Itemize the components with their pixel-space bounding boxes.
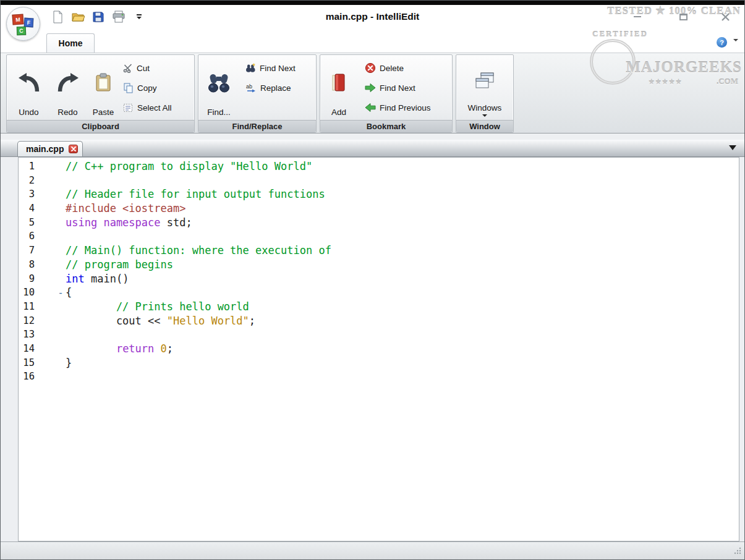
button-label: Find Next (380, 83, 415, 93)
select-all-icon (123, 103, 134, 113)
chevron-down-icon (482, 114, 487, 117)
cut-button[interactable]: Cut (119, 58, 176, 78)
maximize-button[interactable] (674, 7, 692, 26)
code-line[interactable]: 16 (19, 370, 739, 384)
code-line[interactable]: 5using namespace std; (19, 216, 739, 230)
button-label: Replace (260, 83, 291, 93)
document-tab-close-button[interactable] (69, 145, 78, 153)
find-next-icon (245, 63, 256, 73)
open-file-button[interactable] (70, 9, 85, 25)
group-label-clipboard: Clipboard (7, 120, 194, 132)
mfc-cube-c: C (17, 27, 26, 36)
code-line[interactable]: 3// Header file for input output functio… (19, 187, 739, 202)
customize-quick-access-button[interactable] (132, 9, 147, 25)
code-line[interactable]: 1// C++ program to display "Hello World" (19, 159, 739, 174)
paste-button[interactable]: Paste (87, 56, 119, 119)
new-document-icon (53, 11, 63, 23)
help-dropdown-button[interactable] (733, 41, 738, 53)
line-number: 16 (19, 370, 35, 384)
code-text (35, 328, 66, 342)
app-logo-icon[interactable]: M F C (6, 7, 40, 41)
select-all-button[interactable]: Select All (119, 98, 176, 117)
line-number: 11 (19, 300, 35, 314)
button-label: Paste (93, 108, 114, 117)
code-text: return 0; (35, 342, 173, 356)
code-line[interactable]: 12 cout << "Hello World"; (19, 314, 739, 328)
arrow-right-icon (365, 83, 376, 93)
fold-marker[interactable]: - (57, 286, 64, 300)
delete-icon (365, 62, 376, 74)
document-tab-main-cpp[interactable]: main.cpp (17, 141, 83, 156)
new-document-button[interactable] (50, 9, 65, 25)
code-text: int main() (35, 272, 129, 286)
minimize-icon (634, 16, 641, 18)
redo-button[interactable]: Redo (48, 56, 87, 119)
open-folder-icon (71, 11, 85, 22)
code-lines: 1// C++ program to display "Hello World"… (19, 159, 739, 384)
bookmark-find-next-button[interactable]: Find Next (361, 78, 435, 98)
code-line[interactable]: 9int main() (19, 272, 739, 286)
document-list-dropdown-button[interactable] (729, 145, 736, 150)
tab-home[interactable]: Home (46, 33, 95, 53)
minimize-button[interactable] (628, 7, 647, 26)
line-number: 15 (19, 356, 35, 370)
bookmark-delete-button[interactable]: Delete (361, 58, 435, 78)
find-next-button[interactable]: Find Next (242, 58, 299, 78)
close-icon (722, 13, 730, 21)
intelliedit-window: main.cpp - IntelliEdit M F C TESTED ★ 10… (0, 0, 745, 560)
print-button[interactable] (111, 9, 126, 25)
code-line[interactable]: 7// Main() function: where the execution… (19, 244, 739, 258)
find-button[interactable]: Find... (201, 56, 237, 119)
copy-button[interactable]: Copy (119, 78, 176, 98)
code-text: } (35, 356, 72, 370)
code-line[interactable]: 8// program begins (19, 258, 739, 272)
code-text: cout << "Hello World"; (35, 314, 255, 328)
save-icon (93, 11, 104, 22)
status-bar (1, 541, 744, 559)
code-line[interactable]: 6 (19, 229, 739, 244)
code-line[interactable]: 15} (19, 356, 739, 370)
code-line[interactable]: 2 (19, 174, 739, 188)
code-line[interactable]: 10-{ (19, 286, 739, 300)
code-text: using namespace std; (35, 216, 192, 230)
code-text: // Prints hello world (35, 300, 249, 314)
code-text (35, 229, 66, 244)
group-label-window: Window (456, 120, 513, 132)
ribbon-group-clipboard: Undo Redo Paste Cut (6, 54, 195, 133)
titlebar[interactable]: main.cpp - IntelliEdit (1, 5, 744, 28)
code-text: // program begins (35, 258, 173, 272)
undo-button[interactable]: Undo (9, 56, 48, 119)
find-binoculars-icon (208, 57, 230, 108)
bookmark-add-button[interactable]: Add (323, 56, 355, 119)
button-label: Cut (137, 64, 150, 73)
code-editor[interactable]: 1// C++ program to display "Hello World"… (18, 157, 739, 541)
line-number: 8 (19, 258, 35, 272)
code-line[interactable]: 11 // Prints hello world (19, 300, 739, 314)
help-button[interactable]: ? (717, 37, 727, 48)
bookmark-icon (330, 57, 347, 108)
replace-button[interactable]: ab Replace (242, 78, 299, 98)
editor-frame: 1// C++ program to display "Hello World"… (1, 157, 744, 541)
ribbon: Undo Redo Paste Cut (1, 53, 744, 134)
code-line[interactable]: 14 return 0; (19, 342, 739, 356)
line-number: 10 (19, 286, 35, 300)
code-line[interactable]: 4#include <iostream> (19, 202, 739, 216)
code-line[interactable]: 13 (19, 328, 739, 342)
save-button[interactable] (91, 9, 106, 25)
windows-button[interactable]: Windows (459, 56, 510, 119)
group-label-find-replace: Find/Replace (198, 120, 316, 132)
close-button[interactable] (716, 7, 734, 26)
cut-icon (123, 63, 133, 73)
line-number: 6 (19, 229, 35, 244)
resize-grip[interactable] (733, 546, 741, 557)
undo-icon (18, 57, 40, 108)
bookmark-find-previous-button[interactable]: Find Previous (361, 98, 435, 117)
ribbon-group-window: Windows Window (456, 54, 514, 133)
document-tab-label: main.cpp (26, 144, 64, 154)
print-icon (112, 11, 126, 23)
window-top-edge (1, 1, 744, 5)
line-number: 9 (19, 272, 35, 286)
line-number: 5 (19, 216, 35, 230)
line-number: 1 (19, 159, 35, 174)
button-label: Delete (380, 64, 404, 73)
